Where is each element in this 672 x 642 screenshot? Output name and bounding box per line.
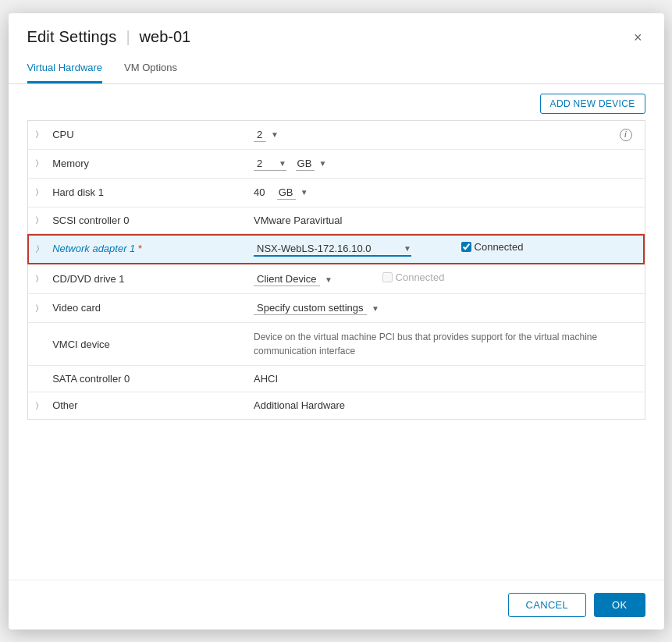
video-card-expand-chevron[interactable]: 〉 <box>36 303 47 314</box>
tab-vm-options[interactable]: VM Options <box>124 54 177 83</box>
cd-dvd-select[interactable]: Client Device <box>254 272 320 286</box>
memory-unit-arrow: ▼ <box>319 159 327 168</box>
other-label: 〉 Other <box>27 392 246 420</box>
toolbar: ADD NEW DEVICE <box>27 94 645 114</box>
network-adapter-1-expand-chevron[interactable]: 〉 <box>36 244 47 255</box>
cd-dvd-connected-container: Connected <box>382 271 445 283</box>
other-value: Additional Hardware <box>246 392 600 420</box>
cpu-dropdown-arrow: ▼ <box>271 130 279 139</box>
hard-disk-1-expand-chevron[interactable]: 〉 <box>36 187 47 198</box>
dialog-subtitle: web-01 <box>140 28 191 46</box>
table-row: VMCI device Device on the virtual machin… <box>27 323 645 366</box>
memory-value-cell: 2148 ▼ GBMB ▼ <box>246 149 600 178</box>
dialog-separator: | <box>126 28 130 46</box>
memory-amount-container: 2148 ▼ <box>254 157 286 171</box>
cd-dvd-connected-label: Connected <box>396 271 445 283</box>
memory-expand-chevron[interactable]: 〉 <box>36 158 47 169</box>
cpu-select-container: 2148 ▼ <box>254 128 279 142</box>
cd-dvd-expand-chevron[interactable]: 〉 <box>36 274 47 285</box>
vmci-device-label: VMCI device <box>27 323 246 366</box>
hard-disk-1-value: 40 <box>254 186 265 198</box>
scsi-expand-chevron[interactable]: 〉 <box>36 215 47 226</box>
network-adapter-1-select[interactable]: NSX-WebLS-172.16.10.0 <box>254 242 402 255</box>
scsi-controller-label: 〉 SCSI controller 0 <box>27 207 246 234</box>
cpu-expand-chevron[interactable]: 〉 <box>36 129 47 140</box>
cd-dvd-dropdown-arrow: ▼ <box>325 275 332 284</box>
network-adapter-1-label: 〉 Network adapter 1 * <box>27 234 246 264</box>
sata-controller-label: SATA controller 0 <box>27 366 246 392</box>
table-row: SATA controller 0 AHCI <box>27 366 645 392</box>
table-row: 〉 CD/DVD drive 1 Client Device ▼ Conne <box>27 264 645 294</box>
network-select-container: NSX-WebLS-172.16.10.0 ▼ <box>254 242 411 257</box>
table-row: 〉 Video card Specify custom settings ▼ <box>27 294 645 323</box>
hard-disk-1-unit-select[interactable]: GBMB <box>277 186 296 200</box>
memory-label: 〉 Memory <box>27 149 246 178</box>
vmci-description: Device on the virtual machine PCI bus th… <box>246 323 645 366</box>
scsi-value: VMware Paravirtual <box>246 207 600 234</box>
video-card-value-cell: Specify custom settings ▼ <box>246 294 600 323</box>
hard-disk-select-container: 40 GBMB ▼ <box>254 186 308 200</box>
dialog-title: Edit Settings <box>27 28 117 46</box>
memory-select-container: 2148 ▼ GBMB ▼ <box>254 157 326 171</box>
cancel-button[interactable]: CANCEL <box>508 593 587 617</box>
edit-settings-dialog: Edit Settings | web-01 × Virtual Hardwar… <box>9 13 664 630</box>
dialog-header: Edit Settings | web-01 × <box>9 13 664 48</box>
add-new-device-button[interactable]: ADD NEW DEVICE <box>540 94 645 114</box>
memory-dropdown-arrow: ▼ <box>279 159 286 168</box>
cpu-value-cell: 2148 ▼ <box>246 120 600 149</box>
dialog-body: ADD NEW DEVICE 〉 CPU 2148 ▼ <box>9 84 664 580</box>
cpu-label: 〉 CPU <box>27 120 246 149</box>
video-card-dropdown-arrow: ▼ <box>372 304 379 313</box>
cpu-count-select[interactable]: 2148 <box>254 128 266 142</box>
table-row: 〉 Hard disk 1 40 GBMB ▼ <box>27 178 645 207</box>
table-row: 〉 SCSI controller 0 VMware Paravirtual <box>27 207 645 234</box>
video-card-select-container: Specify custom settings ▼ <box>254 301 379 315</box>
cd-dvd-connected-checkbox[interactable] <box>382 272 393 282</box>
cpu-info-cell: i <box>600 120 645 149</box>
network-connected-checkbox[interactable] <box>461 242 471 252</box>
video-card-label: 〉 Video card <box>27 294 246 323</box>
cpu-info-icon[interactable]: i <box>620 129 632 141</box>
tab-virtual-hardware[interactable]: Virtual Hardware <box>27 54 103 83</box>
close-button[interactable]: × <box>631 27 645 48</box>
hard-disk-unit-arrow: ▼ <box>300 188 308 197</box>
table-row: 〉 Network adapter 1 * NSX-WebLS-172.16.1… <box>27 234 645 264</box>
cd-dvd-value-cell: Client Device ▼ Connected <box>246 264 600 294</box>
hard-disk-1-value-cell: 40 GBMB ▼ <box>246 178 600 207</box>
sata-value: AHCI <box>246 366 600 392</box>
memory-amount-select[interactable]: 2148 <box>254 157 277 170</box>
dialog-footer: CANCEL OK <box>9 580 664 630</box>
tab-bar: Virtual Hardware VM Options <box>9 54 664 84</box>
network-dropdown-arrow: ▼ <box>404 244 411 253</box>
network-connected-container: Connected <box>461 241 524 253</box>
cd-dvd-select-container: Client Device ▼ <box>254 272 332 286</box>
hard-disk-1-label: 〉 Hard disk 1 <box>27 178 246 207</box>
network-connected-label: Connected <box>475 241 524 253</box>
cd-dvd-drive-1-label: 〉 CD/DVD drive 1 <box>27 264 246 294</box>
table-row: 〉 CPU 2148 ▼ i <box>27 120 645 149</box>
required-star: * <box>138 243 142 254</box>
other-expand-chevron[interactable]: 〉 <box>36 401 47 412</box>
table-row: 〉 Other Additional Hardware <box>27 392 645 420</box>
network-adapter-1-value-cell: NSX-WebLS-172.16.10.0 ▼ Connected <box>246 234 600 264</box>
ok-button[interactable]: OK <box>594 593 645 617</box>
video-card-select[interactable]: Specify custom settings <box>254 301 367 315</box>
table-row: 〉 Memory 2148 ▼ <box>27 149 645 178</box>
hardware-table: 〉 CPU 2148 ▼ i <box>27 120 645 420</box>
memory-unit-select[interactable]: GBMB <box>296 157 315 171</box>
